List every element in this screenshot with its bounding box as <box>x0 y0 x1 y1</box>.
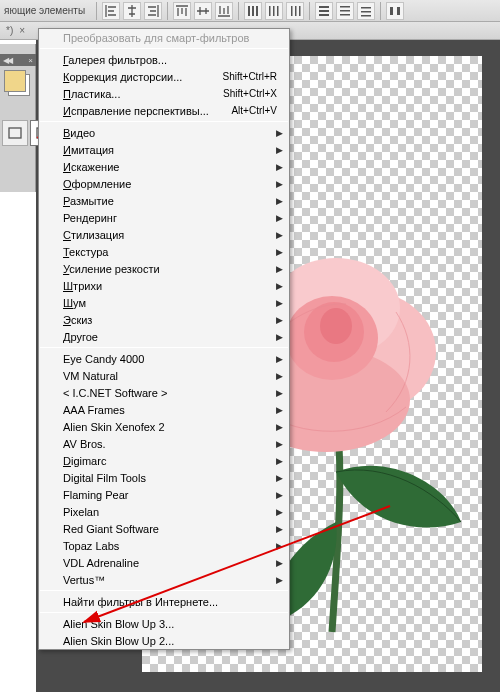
menu-item[interactable]: Галерея фильтров... <box>39 51 289 68</box>
svg-rect-3 <box>269 6 271 16</box>
menu-item-label: Стилизация <box>63 229 281 241</box>
menu-item[interactable]: VM Natural▶ <box>39 367 289 384</box>
menu-item[interactable]: Оформление▶ <box>39 175 289 192</box>
menu-item-shortcut: Alt+Ctrl+V <box>231 105 281 116</box>
menu-item[interactable]: AV Bros.▶ <box>39 435 289 452</box>
svg-rect-11 <box>319 14 329 16</box>
submenu-arrow-icon: ▶ <box>276 371 283 381</box>
menu-item[interactable]: Digimarc▶ <box>39 452 289 469</box>
submenu-arrow-icon: ▶ <box>276 281 283 291</box>
menu-item-label: Alien Skin Xenofex 2 <box>63 421 281 433</box>
document-tab-marker[interactable]: *) <box>6 25 13 36</box>
svg-rect-15 <box>361 7 371 9</box>
submenu-arrow-icon: ▶ <box>276 439 283 449</box>
submenu-arrow-icon: ▶ <box>276 456 283 466</box>
menu-item[interactable]: VDL Adrenaline▶ <box>39 554 289 571</box>
distribute-left-icon[interactable] <box>244 2 262 20</box>
submenu-arrow-icon: ▶ <box>276 213 283 223</box>
menu-item[interactable]: Vertus™▶ <box>39 571 289 588</box>
svg-rect-4 <box>273 6 275 16</box>
menu-item[interactable]: Alien Skin Blow Up 2... <box>39 632 289 649</box>
distribute-center-h-icon[interactable] <box>265 2 283 20</box>
svg-point-26 <box>320 308 352 344</box>
menu-item[interactable]: Текстура▶ <box>39 243 289 260</box>
menu-item-label: Найти фильтры в Интернете... <box>63 596 281 608</box>
distribute-center-v-icon[interactable] <box>336 2 354 20</box>
menu-item-label: Штрихи <box>63 280 281 292</box>
svg-rect-12 <box>340 6 350 8</box>
submenu-arrow-icon: ▶ <box>276 507 283 517</box>
menu-item-label: Red Giant Software <box>63 523 281 535</box>
menu-item[interactable]: Alien Skin Blow Up 3... <box>39 615 289 632</box>
menu-item[interactable]: Flaming Pear▶ <box>39 486 289 503</box>
menu-item-label: VM Natural <box>63 370 281 382</box>
separator <box>309 2 310 20</box>
rectangle-tool-icon[interactable] <box>2 120 28 146</box>
menu-item[interactable]: Найти фильтры в Интернете... <box>39 593 289 610</box>
menu-item[interactable]: Коррекция дисторсии...Shift+Ctrl+R <box>39 68 289 85</box>
panel-close-icon[interactable]: × <box>28 56 33 65</box>
menu-item-label: Пластика... <box>63 88 223 100</box>
svg-rect-10 <box>319 10 329 12</box>
menu-item-label: Усиление резкости <box>63 263 281 275</box>
menu-item[interactable]: Другое▶ <box>39 328 289 345</box>
submenu-arrow-icon: ▶ <box>276 332 283 342</box>
separator <box>238 2 239 20</box>
menu-item[interactable]: Рендеринг▶ <box>39 209 289 226</box>
distribute-top-icon[interactable] <box>315 2 333 20</box>
svg-rect-9 <box>319 6 329 8</box>
submenu-arrow-icon: ▶ <box>276 196 283 206</box>
menu-item[interactable]: Pixelan▶ <box>39 503 289 520</box>
menu-item: Преобразовать для смарт-фильтров <box>39 29 289 46</box>
distribute-spacing-icon[interactable] <box>386 2 404 20</box>
menu-item[interactable]: Digital Film Tools▶ <box>39 469 289 486</box>
menu-item[interactable]: Topaz Labs▶ <box>39 537 289 554</box>
align-left-icon[interactable] <box>102 2 120 20</box>
menu-item[interactable]: Искажение▶ <box>39 158 289 175</box>
foreground-swatch[interactable] <box>4 70 26 92</box>
menu-item[interactable]: Размытие▶ <box>39 192 289 209</box>
menu-item[interactable]: Eye Candy 4000▶ <box>39 350 289 367</box>
separator <box>380 2 381 20</box>
menu-item[interactable]: Имитация▶ <box>39 141 289 158</box>
menu-item[interactable]: Стилизация▶ <box>39 226 289 243</box>
menu-item[interactable]: Alien Skin Xenofex 2▶ <box>39 418 289 435</box>
align-top-icon[interactable] <box>173 2 191 20</box>
menu-item[interactable]: Штрихи▶ <box>39 277 289 294</box>
menu-item[interactable]: Red Giant Software▶ <box>39 520 289 537</box>
menu-item[interactable]: Шум▶ <box>39 294 289 311</box>
svg-rect-1 <box>252 6 254 16</box>
submenu-arrow-icon: ▶ <box>276 298 283 308</box>
menu-item-label: Alien Skin Blow Up 2... <box>63 635 281 647</box>
menu-item[interactable]: AAA Frames▶ <box>39 401 289 418</box>
submenu-arrow-icon: ▶ <box>276 388 283 398</box>
align-center-h-icon[interactable] <box>123 2 141 20</box>
menu-item[interactable]: Пластика...Shift+Ctrl+X <box>39 85 289 102</box>
svg-rect-6 <box>291 6 293 16</box>
svg-rect-0 <box>248 6 250 16</box>
close-tab-icon[interactable]: × <box>19 25 25 36</box>
menu-item-label: Эскиз <box>63 314 281 326</box>
align-middle-v-icon[interactable] <box>194 2 212 20</box>
distribute-right-icon[interactable] <box>286 2 304 20</box>
submenu-arrow-icon: ▶ <box>276 145 283 155</box>
menu-item-label: Eye Candy 4000 <box>63 353 281 365</box>
distribute-bottom-icon[interactable] <box>357 2 375 20</box>
svg-rect-14 <box>340 14 350 16</box>
menu-item[interactable]: < I.C.NET Software >▶ <box>39 384 289 401</box>
menu-item-label: VDL Adrenaline <box>63 557 281 569</box>
collapse-arrows-icon: ◀◀ <box>3 56 11 65</box>
menu-item[interactable]: Видео▶ <box>39 124 289 141</box>
menu-item[interactable]: Усиление резкости▶ <box>39 260 289 277</box>
menu-item[interactable]: Исправление перспективы...Alt+Ctrl+V <box>39 102 289 119</box>
menu-item-label: Topaz Labs <box>63 540 281 552</box>
align-bottom-icon[interactable] <box>215 2 233 20</box>
menu-separator <box>40 590 288 591</box>
menu-item-label: Digimarc <box>63 455 281 467</box>
menu-separator <box>40 347 288 348</box>
align-right-icon[interactable] <box>144 2 162 20</box>
submenu-arrow-icon: ▶ <box>276 179 283 189</box>
panel-header[interactable]: ◀◀ × <box>0 54 36 66</box>
menu-item[interactable]: Эскиз▶ <box>39 311 289 328</box>
toolbar-label: яющие элементы <box>4 5 85 16</box>
